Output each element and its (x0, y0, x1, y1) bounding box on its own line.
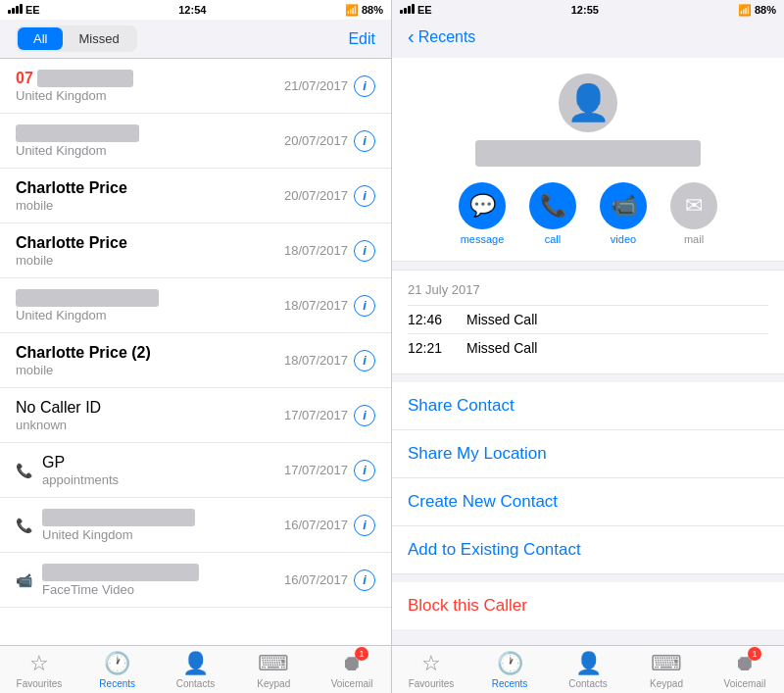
keypad-icon: ⌨ (258, 651, 289, 676)
share-location-item[interactable]: Share My Location (392, 430, 784, 478)
info-button[interactable]: i (354, 75, 375, 97)
call-item[interactable]: 📞 xx United Kingdom 16/07/2017 i (0, 498, 391, 553)
time-left: 12:54 (178, 4, 206, 16)
menu-list: Share Contact Share My Location Create N… (392, 382, 784, 574)
call-item[interactable]: Charlotte Price (2) mobile 18/07/2017 i (0, 333, 391, 388)
battery-label-left: 88% (362, 4, 383, 16)
call-item[interactable]: Charlotte Price mobile 20/07/2017 i (0, 169, 391, 223)
call-sub: United Kingdom (16, 88, 284, 103)
call-date: 17/07/2017 (284, 463, 348, 477)
info-button[interactable]: i (354, 185, 375, 207)
call-name: Charlotte Price (2) (16, 344, 284, 362)
tab-label: Favourites (17, 678, 63, 689)
call-item[interactable]: 📹 xx FaceTime Video 16/07/2017 i (0, 553, 391, 608)
info-button[interactable]: i (354, 295, 375, 317)
call-name: No Caller ID (16, 399, 284, 417)
tab-bar-right: ☆ Favourites 🕐 Recents 👤 Contacts ⌨ Keyp… (392, 645, 784, 693)
info-button[interactable]: i (354, 240, 375, 262)
history-row: 12:21 Missed Call (408, 333, 768, 362)
voicemail-badge: 1 (355, 647, 368, 661)
video-action[interactable]: 📹 video (600, 182, 647, 245)
tab-voicemail-right[interactable]: ⏺ 1 Voicemail (715, 651, 774, 689)
tab-label-right: Favourites (409, 678, 455, 689)
tab-favourites-right[interactable]: ☆ Favourites (402, 651, 461, 689)
call-item[interactable]: 07 xx United Kingdom 21/07/2017 i (0, 59, 391, 114)
back-button[interactable]: ‹ Recents (408, 25, 475, 48)
tab-label-right: Voicemail (724, 678, 766, 689)
video-icon: 📹 (611, 193, 637, 219)
info-button[interactable]: i (354, 350, 375, 371)
mail-action[interactable]: ✉ mail (670, 182, 717, 245)
share-contact-item[interactable]: Share Contact (392, 382, 784, 430)
tab-keypad-left[interactable]: ⌨ Keypad (244, 651, 303, 689)
edit-button[interactable]: Edit (348, 30, 375, 48)
tab-recents-right[interactable]: 🕐 Recents (480, 651, 539, 689)
info-button[interactable]: i (354, 460, 375, 481)
tab-voicemail-left[interactable]: ⏺ 1 Voicemail (322, 651, 381, 689)
call-icon: 📞 (540, 193, 566, 219)
call-item[interactable]: No Caller ID unknown 17/07/2017 i (0, 388, 391, 443)
time-right: 12:55 (571, 4, 599, 16)
call-item[interactable]: Charlotte Price mobile 18/07/2017 i (0, 223, 391, 278)
history-type: Missed Call (466, 340, 768, 356)
tab-contacts-right[interactable]: 👤 Contacts (559, 651, 617, 689)
segment-control: All Missed (16, 25, 137, 52)
call-item-info: 07 xx United Kingdom (16, 70, 284, 103)
info-button[interactable]: i (354, 515, 375, 536)
message-label: message (461, 233, 505, 245)
call-name: xx (42, 564, 284, 581)
call-date: 20/07/2017 (284, 188, 348, 203)
contacts-icon: 👤 (182, 651, 209, 676)
tab-favourites-left[interactable]: ☆ Favourites (10, 651, 69, 689)
recents-icon-right: 🕐 (497, 651, 523, 676)
call-date: 16/07/2017 (284, 572, 348, 587)
info-button[interactable]: i (354, 405, 375, 426)
call-item-info: Charlotte Price mobile (16, 234, 284, 268)
tab-contacts-left[interactable]: 👤 Contacts (166, 651, 224, 689)
tab-recents-left[interactable]: 🕐 Recents (88, 651, 147, 689)
call-item-info: xx United Kingdom (16, 289, 284, 322)
call-item[interactable]: 📞 GP appointments 17/07/2017 i (0, 443, 391, 498)
left-panel: EE 12:54 📶 88% All Missed Edit 07 xx Uni… (0, 0, 392, 693)
call-date: 20/07/2017 (284, 133, 348, 148)
back-label: Recents (418, 28, 476, 46)
contact-name: ████████████ (475, 140, 701, 167)
call-sub: mobile (16, 363, 284, 377)
tab-label: Contacts (176, 678, 215, 689)
call-action[interactable]: 📞 call (529, 182, 576, 245)
video-circle: 📹 (600, 182, 647, 229)
call-name: xx (16, 124, 284, 142)
tab-label: Recents (99, 678, 135, 689)
tab-keypad-right[interactable]: ⌨ Keypad (637, 651, 696, 689)
missed-segment-btn[interactable]: Missed (63, 27, 134, 50)
tab-label-right: Keypad (650, 678, 683, 689)
call-circle: 📞 (529, 182, 576, 229)
carrier-label-right: EE (417, 4, 432, 16)
call-history-section: 21 July 2017 12:46 Missed Call 12:21 Mis… (392, 270, 784, 374)
tab-label: Voicemail (331, 678, 373, 689)
call-item[interactable]: xx United Kingdom 18/07/2017 i (0, 278, 391, 333)
call-item[interactable]: xx United Kingdom 20/07/2017 i (0, 114, 391, 169)
history-type: Missed Call (466, 312, 768, 327)
header-right: ‹ Recents (392, 20, 784, 58)
info-button[interactable]: i (354, 569, 375, 591)
all-segment-btn[interactable]: All (18, 27, 63, 50)
call-name: Charlotte Price (16, 179, 284, 197)
call-sub: United Kingdom (16, 143, 284, 158)
voicemail-badge-right: 1 (748, 647, 761, 661)
block-caller-item[interactable]: Block this Caller (392, 582, 784, 629)
call-sub: mobile (16, 253, 284, 268)
status-bar-right: EE 12:55 📶 88% (392, 0, 784, 20)
create-contact-item[interactable]: Create New Contact (392, 478, 784, 526)
battery-label-right: 88% (755, 4, 776, 16)
call-date: 17/07/2017 (284, 408, 348, 422)
call-sub: unknown (16, 418, 284, 432)
wifi-icon-left: 📶 (345, 4, 359, 17)
call-date: 21/07/2017 (284, 78, 348, 93)
add-existing-contact-item[interactable]: Add to Existing Contact (392, 526, 784, 574)
status-bar-left: EE 12:54 📶 88% (0, 0, 391, 20)
call-name: GP (42, 454, 284, 471)
message-action[interactable]: 💬 message (459, 182, 506, 245)
info-button[interactable]: i (354, 130, 375, 152)
status-icons-left: 📶 88% (345, 4, 383, 17)
